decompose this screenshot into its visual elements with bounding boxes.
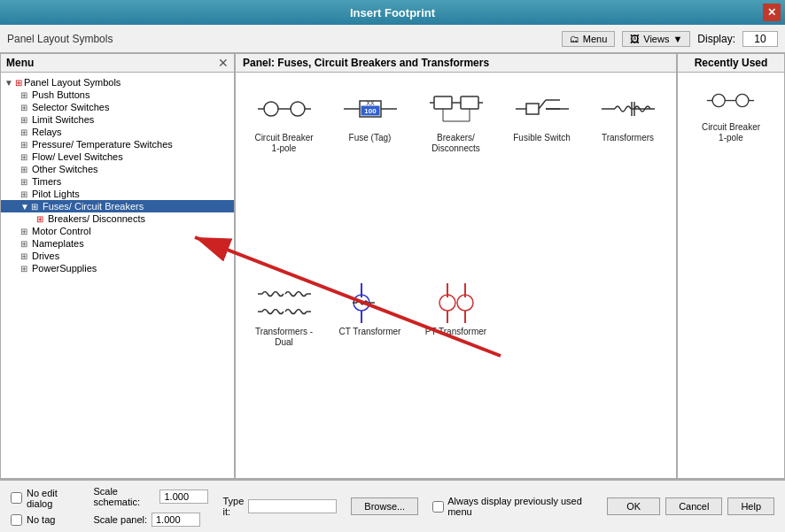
display-label: Display: xyxy=(697,33,735,45)
symbol-transformers[interactable]: Transformers xyxy=(587,83,669,274)
svg-point-1 xyxy=(291,102,305,116)
tree-relays[interactable]: ⊞ Relays xyxy=(1,126,234,138)
always-display-row: Always display previously used menu xyxy=(432,496,593,517)
tree-pilot-lights[interactable]: ⊞ Pilot Lights xyxy=(1,188,234,200)
type-input[interactable] xyxy=(248,499,337,513)
views-button[interactable]: 🖼 Views ▼ xyxy=(622,31,690,47)
tree-area: ▼ ⊞ Panel Layout Symbols ⊞ Push Buttons … xyxy=(1,73,234,478)
scale-panel-row: Scale panel: xyxy=(93,513,208,527)
svg-point-46 xyxy=(736,94,749,106)
svg-text:100: 100 xyxy=(364,107,377,115)
scale-schematic-label: Scale schematic: xyxy=(93,486,155,507)
center-panel-header: Panel: Fuses, Circuit Breakers and Trans… xyxy=(236,54,676,73)
help-button[interactable]: Help xyxy=(727,497,774,515)
child-icon: ⊞ xyxy=(36,214,43,224)
no-edit-dialog-checkbox[interactable] xyxy=(11,492,22,504)
right-panel: Recently Used Circuit Breaker1-pole xyxy=(678,54,784,478)
connector-icon4: ⊞ xyxy=(20,127,27,137)
ct-transformer-icon xyxy=(344,283,397,323)
connector-icon6: ⊞ xyxy=(20,152,27,162)
breakers-disconnects-label: Breakers/Disconnects xyxy=(431,133,479,154)
ok-button[interactable]: OK xyxy=(607,497,660,515)
tree-motor-control[interactable]: ⊞ Motor Control xyxy=(1,225,234,237)
transformers-dual-icon xyxy=(258,283,311,323)
transformers-dual-label: Transformers -Dual xyxy=(255,327,313,348)
close-button[interactable]: ✕ xyxy=(763,4,781,21)
recently-used-area: Circuit Breaker1-pole xyxy=(678,73,784,478)
circuit-breaker-icon xyxy=(258,89,311,129)
transformers-label: Transformers xyxy=(602,133,654,143)
browse-button[interactable]: Browse... xyxy=(351,497,418,515)
center-panel: Panel: Fuses, Circuit Breakers and Trans… xyxy=(236,54,678,478)
bottom-bar: No edit dialog No tag Scale schematic: S… xyxy=(0,479,785,532)
display-input[interactable] xyxy=(742,31,778,47)
symbol-transformers-dual[interactable]: Transformers -Dual xyxy=(243,277,325,467)
toolbar: Panel Layout Symbols 🗂 Menu 🖼 Views ▼ Di… xyxy=(0,25,785,53)
connector-icon7: ⊞ xyxy=(20,165,27,174)
pt-transformer-label: PT Transformer xyxy=(425,327,486,337)
tree-fuses-breakers[interactable]: ▼ ⊞ Fuses/ Circuit Breakers xyxy=(1,200,234,212)
left-panel: Menu ✕ ▼ ⊞ Panel Layout Symbols ⊞ Push B… xyxy=(1,54,236,478)
svg-rect-11 xyxy=(434,96,452,109)
tree-other-switches[interactable]: ⊞ Other Switches xyxy=(1,163,234,175)
breakers-disconnects-icon xyxy=(430,89,483,129)
window-title: Insert Footprint xyxy=(22,6,763,19)
fusible-switch-label: Fusible Switch xyxy=(513,133,570,143)
tree-root[interactable]: ▼ ⊞ Panel Layout Symbols xyxy=(1,76,234,89)
connector-icon13: ⊞ xyxy=(20,251,27,261)
ct-transformer-label: CT Transformer xyxy=(339,327,401,337)
tree-selector-switches[interactable]: ⊞ Selector Switches xyxy=(1,101,234,113)
tree-pressure-temp[interactable]: ⊞ Pressure/ Temperature Switches xyxy=(1,138,234,150)
tree-node-icon: ⊞ xyxy=(15,78,22,88)
no-edit-dialog-row: No edit dialog xyxy=(11,488,79,509)
symbol-breakers-disconnects[interactable]: Breakers/Disconnects xyxy=(415,83,497,274)
connector-icon3: ⊞ xyxy=(20,115,27,125)
connector-icon2: ⊞ xyxy=(20,103,27,112)
checkbox-column: No edit dialog No tag xyxy=(11,488,79,526)
tree-timers[interactable]: ⊞ Timers xyxy=(1,175,234,188)
tree-breakers-disconnects[interactable]: ⊞ Breakers/ Disconnects xyxy=(1,212,234,225)
connector-icon14: ⊞ xyxy=(20,264,27,274)
always-display-label: Always display previously used menu xyxy=(447,496,593,517)
symbol-ct-transformer[interactable]: CT Transformer xyxy=(329,277,411,467)
transformers-icon xyxy=(602,89,655,129)
symbol-pt-transformer[interactable]: PT Transformer xyxy=(415,277,497,467)
scale-schematic-row: Scale schematic: xyxy=(93,486,208,507)
no-edit-dialog-label: No edit dialog xyxy=(27,488,79,509)
title-bar: Insert Footprint ✕ xyxy=(0,0,785,25)
symbol-fusible-switch[interactable]: Fusible Switch xyxy=(501,83,583,274)
menu-panel-title: Menu xyxy=(6,57,34,69)
menu-button[interactable]: 🗂 Menu xyxy=(562,31,616,47)
tree-power-supplies[interactable]: ⊞ PowerSupplies xyxy=(1,262,234,274)
main-area: Menu ✕ ▼ ⊞ Panel Layout Symbols ⊞ Push B… xyxy=(0,53,785,479)
no-tag-checkbox[interactable] xyxy=(11,514,22,526)
svg-line-22 xyxy=(539,100,546,109)
views-icon: 🖼 xyxy=(630,34,640,44)
menu-panel-close[interactable]: ✕ xyxy=(218,57,229,69)
symbol-fuse-tag[interactable]: XX 100 Fuse (Tag) xyxy=(329,83,411,274)
tree-nameplates[interactable]: ⊞ Nameplates xyxy=(1,237,234,250)
tree-push-buttons[interactable]: ⊞ Push Buttons xyxy=(1,89,234,101)
no-tag-label: No tag xyxy=(27,514,55,525)
tree-drives[interactable]: ⊞ Drives xyxy=(1,250,234,262)
connector-icon9: ⊞ xyxy=(20,189,27,199)
fuse-tag-label: Fuse (Tag) xyxy=(349,133,392,143)
tree-flow-level[interactable]: ⊞ Flow/ Level Switches xyxy=(1,150,234,163)
always-display-checkbox[interactable] xyxy=(432,501,444,513)
symbol-grid: Circuit Breaker1-pole XX 100 Fuse (Tag) xyxy=(236,73,676,478)
svg-rect-14 xyxy=(461,96,478,109)
type-label: Type it: xyxy=(222,496,244,517)
panel-layout-label: Panel Layout Symbols xyxy=(7,33,113,45)
scale-panel-label: Scale panel: xyxy=(93,514,147,525)
pt-transformer-icon xyxy=(430,283,483,323)
symbol-circuit-breaker-1pole[interactable]: Circuit Breaker1-pole xyxy=(243,83,325,274)
scale-schematic-input[interactable] xyxy=(159,490,208,504)
svg-rect-21 xyxy=(526,104,539,114)
cancel-button[interactable]: Cancel xyxy=(665,497,722,515)
menu-panel-header: Menu ✕ xyxy=(1,54,234,73)
connector-icon5: ⊞ xyxy=(20,140,27,150)
recent-item-circuit-breaker[interactable]: Circuit Breaker1-pole xyxy=(698,80,764,147)
scale-panel-input[interactable] xyxy=(152,513,200,527)
expand-icon: ▼ xyxy=(4,78,13,88)
tree-limit-switches[interactable]: ⊞ Limit Switches xyxy=(1,113,234,126)
